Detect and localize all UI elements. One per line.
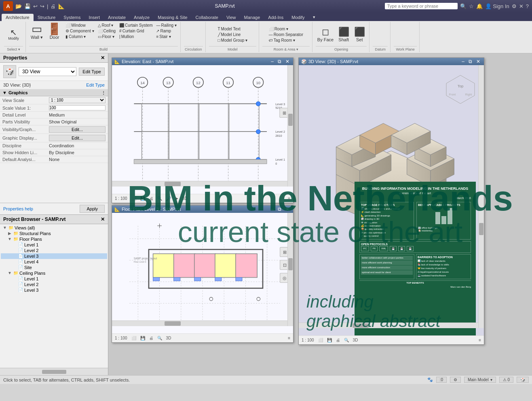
pb-tree[interactable]: ▼ 📁 Views (all) ▶ 📁 Structural Plans ▼ 📁… <box>0 224 108 368</box>
railing-btn[interactable]: — Railing ▾ <box>155 23 177 28</box>
tab-systems[interactable]: Systems <box>59 14 84 21</box>
edit-type-link[interactable]: Edit Type <box>86 83 105 87</box>
viewscale-select[interactable]: 1 : 100 <box>49 97 106 103</box>
roof-btn[interactable]: △ Roof ▾ <box>97 23 117 28</box>
fp-close-btn[interactable]: ✕ <box>284 206 291 212</box>
view3d-save-btn[interactable]: 💾 <box>326 337 333 343</box>
status-model-label[interactable]: Main Model ▾ <box>464 377 496 383</box>
props-scroll-area[interactable]: View Scale 1 : 100 Scale Value 1: <box>0 96 108 203</box>
status-warnings[interactable]: ⚠ 0 <box>499 377 513 383</box>
elev-scrollbar-h[interactable] <box>112 181 287 187</box>
bell-btn[interactable]: 🔔 <box>476 3 483 9</box>
edit-type-btn[interactable]: Edit Type <box>79 68 105 76</box>
wall-btn[interactable]: ▭ Wall ▾ <box>29 23 44 41</box>
tree-floor-plans[interactable]: ▼ 📁 Floor Plans <box>1 236 107 242</box>
tab-context[interactable]: ▾ <box>309 13 319 21</box>
apply-btn[interactable]: Apply <box>80 205 105 213</box>
column-btn[interactable]: ▮ Column ▾ <box>64 34 95 39</box>
tree-views-all[interactable]: ▼ 📁 Views (all) <box>1 225 107 231</box>
nav-cube[interactable]: Top Front Right <box>444 73 477 106</box>
elev-3d-btn[interactable]: 3D <box>181 196 189 201</box>
prop-type-dropdown[interactable]: 3D View <box>19 67 76 76</box>
view3d-minimize-btn[interactable]: – <box>460 59 466 64</box>
view3d-zoom-btn[interactable]: 🔍 <box>343 337 350 343</box>
tree-cp-level3[interactable]: 📄 Level 3 <box>1 287 107 293</box>
fp-minimize-btn[interactable]: – <box>270 206 275 212</box>
model-line-btn[interactable]: ╱ Model Line <box>217 32 249 37</box>
view3d-print-btn[interactable]: 🖨 <box>335 337 341 343</box>
properties-close-btn[interactable]: ✕ <box>101 55 105 61</box>
fp-right-btns[interactable]: ≡ <box>287 335 291 341</box>
floor-btn[interactable]: ▭ Floor ▾ <box>97 34 117 39</box>
sign-in-btn[interactable]: 👤 Sign In <box>485 3 509 9</box>
fp-scrollbar-h[interactable] <box>112 320 287 326</box>
tree-cp-level1[interactable]: 📄 Level 1 <box>1 276 107 282</box>
tree-structural-plans[interactable]: ▶ 📁 Structural Plans <box>1 231 107 236</box>
component-btn[interactable]: ⚙ Component ▾ <box>64 28 95 34</box>
tree-cp-level2[interactable]: 📄 Level 2 <box>1 282 107 287</box>
qa-save[interactable]: 💾 <box>24 3 31 9</box>
status-worksets[interactable]: ⚙ <box>450 377 461 383</box>
help-btn[interactable]: ? <box>526 3 529 9</box>
view3d-frame-btn[interactable]: ⬜ <box>317 337 324 343</box>
elev-print-btn[interactable]: 🖨 <box>148 196 154 201</box>
qa-redo[interactable]: ↪ <box>40 3 44 9</box>
elev-close-btn[interactable]: ✕ <box>284 59 291 64</box>
fp-restore-btn[interactable]: ⧉ <box>277 206 283 212</box>
prop-val-visgraph[interactable]: Edit... <box>46 125 108 134</box>
room-btn[interactable]: ⬜ Room ▾ <box>268 26 304 32</box>
prop-val-scalevalue[interactable] <box>46 104 108 112</box>
mullion-btn[interactable]: | Mullion <box>118 34 154 39</box>
view3d-scrollbar-v[interactable] <box>478 65 484 328</box>
tab-insert[interactable]: Insert <box>85 14 104 21</box>
elev-nav-btn[interactable]: ➤ <box>174 196 179 201</box>
elev-zoom-btn[interactable]: 🔍 <box>156 196 163 201</box>
status-view-cube[interactable]: 🎲 <box>517 377 529 383</box>
tag-room-btn[interactable]: 🏷 Tag Room ▾ <box>268 38 304 43</box>
tab-massing[interactable]: Massing & Site <box>154 14 191 21</box>
tree-fp-level1[interactable]: 📄 Level 1 <box>1 242 107 248</box>
shaft-btn[interactable]: ⬛ Shaft <box>336 26 351 43</box>
door-btn[interactable]: 🚪 Door <box>46 23 63 40</box>
tab-analyze[interactable]: Analyze <box>130 14 154 21</box>
search-input[interactable] <box>385 3 458 9</box>
search-btn[interactable]: 🔍 <box>460 3 467 9</box>
star-btn[interactable]: ☆ <box>469 3 474 9</box>
tree-fp-site[interactable]: 📄 Site <box>1 265 107 270</box>
elev-right-btns[interactable]: ≡ <box>287 196 291 201</box>
qa-undo[interactable]: ↩ <box>33 3 38 9</box>
ceiling-btn[interactable]: ⬜ Ceiling <box>97 28 117 34</box>
options-btn[interactable]: ⚙ <box>512 3 517 9</box>
elev-frame-btn[interactable]: ⬜ <box>130 196 137 201</box>
tab-architecture[interactable]: Architecture <box>2 14 34 21</box>
tree-fp-level3[interactable]: 📄 Level 3 <box>1 253 107 259</box>
tree-fp-level4[interactable]: 📄 Level 4 <box>1 259 107 265</box>
tab-collaborate[interactable]: Collaborate <box>192 14 222 21</box>
fp-content[interactable]: SAMP project layout Floor Level 3 ⊞ ⊡ ◎ <box>112 213 293 333</box>
view3d-restore-btn[interactable]: ⧉ <box>467 59 473 64</box>
view3d-content[interactable]: Top Front Right BUILDING INFORMATION MOD… <box>299 65 484 335</box>
curtain-system-btn[interactable]: ⬛ Curtain System <box>118 23 154 28</box>
graphdisp-edit-btn[interactable]: Edit... <box>49 135 106 141</box>
close-app-btn[interactable]: ✕ <box>519 3 524 9</box>
tab-view[interactable]: View <box>222 14 240 21</box>
set-btn[interactable]: ⬛ Set <box>352 26 367 43</box>
elev-zoom2-btn[interactable]: 🔎 <box>165 196 172 201</box>
tree-ceiling-plans[interactable]: ▼ 📁 Ceiling Plans <box>1 270 107 276</box>
tab-addins[interactable]: Add-Ins <box>264 14 287 21</box>
stair-btn[interactable]: ≡ Stair ▾ <box>155 34 177 39</box>
qa-open[interactable]: 📂 <box>15 3 22 9</box>
fp-save-btn[interactable]: 💾 <box>139 335 146 341</box>
pb-scrollbar-h[interactable] <box>0 368 108 375</box>
by-face-btn[interactable]: ◻ By Face <box>316 26 335 43</box>
visgraph-edit-btn[interactable]: Edit... <box>49 126 106 133</box>
curtain-grid-btn[interactable]: # Curtain Grid <box>118 28 154 34</box>
tab-structure[interactable]: Structure <box>34 14 60 21</box>
fp-frame-btn[interactable]: ⬜ <box>130 335 137 341</box>
model-group-btn[interactable]: □ Model Group ▾ <box>217 38 249 43</box>
elev-content[interactable]: 14 13 12 11 10 <box>112 65 293 194</box>
pb-close-btn[interactable]: ✕ <box>101 216 105 222</box>
tree-fp-level2[interactable]: 📄 Level 2 <box>1 248 107 253</box>
status-coords[interactable]: :0 <box>436 377 447 383</box>
view3d-close-btn[interactable]: ✕ <box>475 59 481 64</box>
